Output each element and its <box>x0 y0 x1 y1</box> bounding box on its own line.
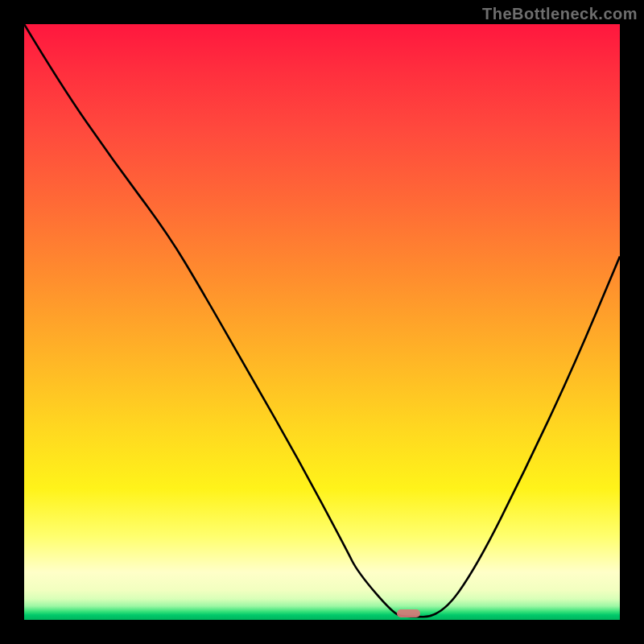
chart-container: TheBottleneck.com <box>0 0 644 644</box>
bottleneck-curve <box>24 24 620 620</box>
curve-path <box>24 24 620 617</box>
optimal-position-marker <box>397 609 421 617</box>
plot-area <box>24 24 620 620</box>
watermark-label: TheBottleneck.com <box>482 5 638 23</box>
